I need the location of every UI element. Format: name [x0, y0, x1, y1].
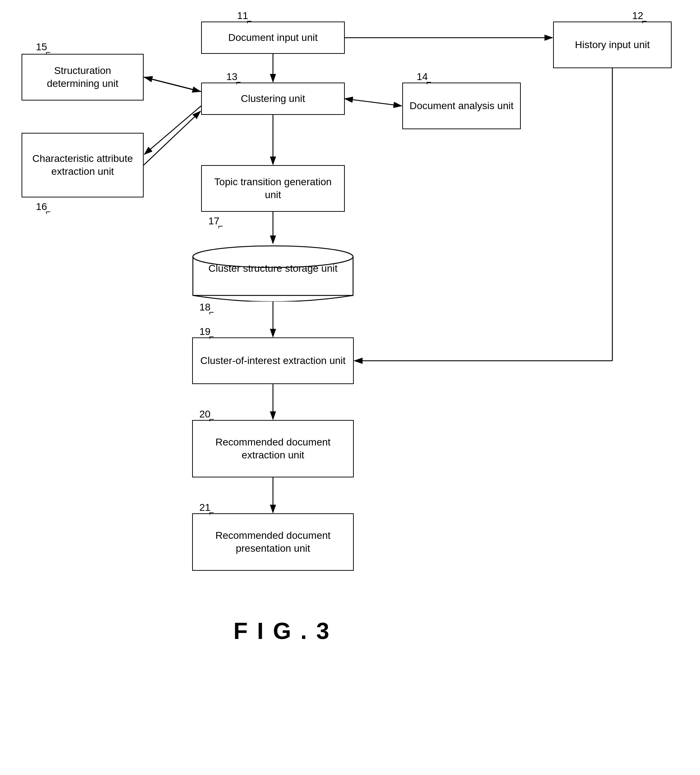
tick-12: ⌐ [642, 16, 647, 26]
document-analysis-unit: Document analysis unit [402, 83, 521, 129]
tick-15: ⌐ [46, 47, 51, 57]
svg-line-11 [345, 99, 402, 106]
tick-14: ⌐ [426, 77, 432, 87]
cluster-structure-storage-unit: Cluster structure storage unit [192, 244, 354, 301]
recommended-document-presentation-unit: Recommended document presentation unit [192, 513, 354, 571]
clustering-unit: Clustering unit [201, 83, 345, 115]
svg-line-16 [144, 77, 201, 91]
cluster-of-interest-extraction-unit: Cluster-of-interest extraction unit [192, 338, 354, 384]
tick-17: ⌐ [218, 221, 223, 231]
structuration-determining-unit: Structuration determining unit [22, 54, 144, 100]
topic-transition-generation-unit: Topic transition generation unit [201, 165, 345, 212]
svg-line-14 [144, 77, 200, 91]
arrows-svg [0, 0, 700, 775]
svg-line-15 [144, 111, 200, 165]
svg-line-17 [144, 106, 201, 155]
tick-13: ⌐ [236, 77, 241, 87]
tick-19: ⌐ [209, 332, 214, 342]
characteristic-attribute-extraction-unit: Characteristic attribute extraction unit [22, 133, 144, 198]
document-input-unit: Document input unit [201, 22, 345, 54]
tick-21: ⌐ [209, 507, 214, 517]
history-input-unit: History input unit [553, 22, 672, 68]
tick-18: ⌐ [209, 307, 214, 317]
diagram: Document input unit 11 ⌐ History input u… [0, 0, 700, 775]
tick-11: ⌐ [247, 16, 252, 26]
tick-20: ⌐ [209, 414, 214, 424]
tick-16: ⌐ [46, 207, 51, 217]
figure-label: F I G . 3 [233, 617, 331, 644]
recommended-document-extraction-unit: Recommended document extraction unit [192, 420, 354, 477]
